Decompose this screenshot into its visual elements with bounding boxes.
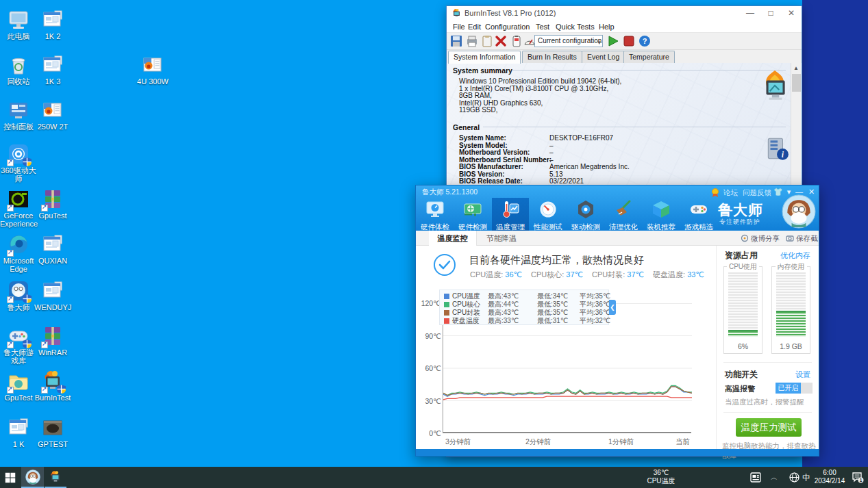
- ime-language-indicator[interactable]: 中: [802, 472, 810, 488]
- menu-edit[interactable]: Edit: [465, 22, 484, 31]
- x-tick: 当前: [675, 437, 690, 447]
- ludashi-window: 鲁大师 5.21.1300 论坛 问题反馈 👕 ▾ — ✕ 硬件体检 硬件检测 …: [415, 185, 819, 457]
- taskbar-clock[interactable]: 6:00 2034/2/14: [812, 469, 847, 485]
- nav-hardware-checkup[interactable]: 硬件体检: [417, 198, 454, 231]
- tab-temperature-monitor[interactable]: 温度监控: [429, 231, 477, 246]
- feedback-link[interactable]: 问题反馈: [743, 188, 771, 198]
- save-screenshot-button[interactable]: 保存截屏: [786, 231, 819, 246]
- nav-game-picks[interactable]: 游戏精选: [680, 198, 717, 231]
- temperature-stress-test-button[interactable]: 温度压力测试: [736, 418, 802, 437]
- desktop-icon-4u300w[interactable]: 4U 300W: [134, 53, 171, 86]
- desktop-icon-this-pc[interactable]: 此电脑: [0, 8, 37, 40]
- menu-quick-tests[interactable]: Quick Tests: [553, 22, 597, 31]
- battery-icon[interactable]: [510, 35, 523, 47]
- status-stats: CPU温度: 36℃ CPU核心: 37℃ CPU封装: 37℃ 硬盘温度: 3…: [470, 270, 711, 280]
- legend-collapse-button[interactable]: ❮: [609, 300, 616, 315]
- nav-driver-detect[interactable]: 驱动检测: [567, 198, 604, 231]
- tab-burn-in-results[interactable]: Burn In Results: [522, 51, 582, 63]
- desktop-icon-1k3[interactable]: 1K 3: [34, 53, 71, 86]
- tray-expand-chevron[interactable]: ︿: [771, 473, 778, 488]
- ludashi-header[interactable]: 鲁大师 5.21.1300 论坛 问题反馈 👕 ▾ — ✕ 硬件体检 硬件检测 …: [416, 185, 819, 231]
- this-pc-icon: [7, 8, 30, 31]
- menu-configuration[interactable]: Configuration: [482, 22, 532, 31]
- menu-help[interactable]: Help: [596, 22, 617, 31]
- configuration-dropdown[interactable]: Current configuration▾: [534, 35, 603, 47]
- maximize-button[interactable]: □: [760, 6, 781, 21]
- desktop-icon-edge[interactable]: Microsoft Edge: [0, 233, 37, 273]
- desktop-icon-burnintest[interactable]: BurnInTest: [34, 370, 71, 402]
- high-temp-alarm-toggle[interactable]: 已开启: [776, 383, 813, 394]
- nav-temperature-management[interactable]: 温度管理: [492, 198, 529, 231]
- news-tray-icon[interactable]: [750, 472, 761, 488]
- desktop-icon-control-panel[interactable]: 控制面板: [0, 99, 37, 131]
- stop-test-icon[interactable]: [623, 35, 635, 47]
- start-test-icon[interactable]: [607, 35, 619, 47]
- y-tick: 60℃: [418, 364, 441, 372]
- field-label: System Model:: [459, 142, 508, 149]
- share-icon: [741, 234, 749, 242]
- start-button[interactable]: [0, 467, 21, 488]
- desktop-icon-recycle-bin[interactable]: 回收站: [0, 53, 37, 86]
- close-button[interactable]: ✕: [781, 6, 802, 21]
- forum-link[interactable]: 论坛: [723, 188, 738, 198]
- clock-date: 2034/2/14: [812, 477, 847, 485]
- nav-hardware-detect[interactable]: 硬件检测: [454, 198, 491, 231]
- stat-label: 硬盘温度:: [653, 270, 685, 279]
- svg-text:?: ?: [643, 37, 647, 45]
- desktop-icon-ludashi-games[interactable]: 鲁大师游戏库: [0, 324, 37, 365]
- tab-event-log[interactable]: Event Log: [582, 51, 625, 63]
- desktop-icon-winrar[interactable]: WinRAR: [34, 324, 71, 357]
- tab-energy-saving[interactable]: 节能降温: [478, 231, 525, 246]
- desktop-icon-quxian[interactable]: QUXIAN: [34, 233, 71, 265]
- nav-build-recommend[interactable]: 装机推荐: [643, 198, 680, 231]
- ludashi-slogan: 专注硬件防护: [719, 218, 760, 227]
- weibo-share-button[interactable]: 微博分享: [741, 231, 780, 246]
- shortcut-arrow-icon: [41, 342, 48, 348]
- desktop-icon-gputest-rar[interactable]: GpuTest: [34, 188, 71, 220]
- action-center-icon[interactable]: 1: [852, 472, 864, 488]
- burnintest-titlebar[interactable]: BurnInTest V8.1 Pro (1012) — □ ✕: [447, 6, 802, 21]
- nav-performance-test[interactable]: 性能测试: [530, 198, 567, 231]
- taskbar-burnintest-button[interactable]: [45, 467, 66, 488]
- desktop-icon-360-driver[interactable]: 360驱动大师: [0, 142, 37, 183]
- control-panel-icon: [7, 99, 30, 122]
- nav-clean-optimize[interactable]: 清理优化: [605, 198, 642, 231]
- taskbar-temperature-widget[interactable]: 36℃ CPU温度: [637, 469, 685, 485]
- desktop-icon-gptest[interactable]: GPTEST: [34, 416, 71, 448]
- field-value: 03/22/2021: [549, 177, 584, 185]
- desktop-icon-geforce[interactable]: GeForce Experience: [0, 188, 37, 228]
- scrollbar-up-arrow[interactable]: ▲: [791, 63, 801, 73]
- desktop-icon-wenduyj[interactable]: WENDUYJ: [34, 279, 71, 311]
- window-title: BurnInTest V8.1 Pro (1012): [464, 9, 556, 17]
- desktop-icon-ludashi[interactable]: 鲁大师: [0, 279, 37, 311]
- print-icon[interactable]: [466, 35, 478, 47]
- delete-icon[interactable]: [495, 35, 507, 47]
- desktop-icon-label: 鲁大师游戏库: [0, 348, 37, 365]
- optimize-memory-link[interactable]: 优化内存: [780, 251, 810, 261]
- desktop-icon-1k[interactable]: 1 K: [0, 416, 37, 448]
- save-icon[interactable]: [450, 35, 462, 47]
- stat-label: CPU封装:: [592, 270, 625, 279]
- resource-title: 资源占用: [725, 250, 758, 261]
- settings-link[interactable]: 设置: [795, 370, 810, 380]
- minimize-button[interactable]: —: [740, 6, 760, 21]
- desktop-icon-250w2t[interactable]: 250W 2T: [34, 99, 71, 131]
- tab-system-information[interactable]: System Information: [448, 51, 521, 64]
- help-icon[interactable]: ?: [638, 35, 651, 47]
- desktop-icon-gputest[interactable]: GpuTest: [0, 370, 37, 402]
- mascot-avatar: [782, 194, 816, 229]
- file-window-icon: [41, 279, 64, 303]
- menu-test[interactable]: Test: [533, 22, 552, 31]
- taskbar-ludashi-button[interactable]: [21, 467, 44, 488]
- medal-icon[interactable]: [710, 188, 720, 197]
- section-heading: General: [453, 123, 480, 131]
- desktop-icon-1k2[interactable]: 1K 2: [34, 8, 71, 40]
- camera-icon: [786, 234, 794, 242]
- report-icon[interactable]: [481, 35, 493, 47]
- desktop-icon-label: WinRAR: [34, 348, 71, 357]
- ime-globe-icon[interactable]: [789, 472, 799, 488]
- burnintest-app-icon: [451, 8, 462, 18]
- desktop-icon-label: 1K 3: [34, 77, 71, 86]
- scrollbar-thumb[interactable]: [792, 74, 801, 92]
- tab-temperature[interactable]: Temperature: [623, 51, 675, 63]
